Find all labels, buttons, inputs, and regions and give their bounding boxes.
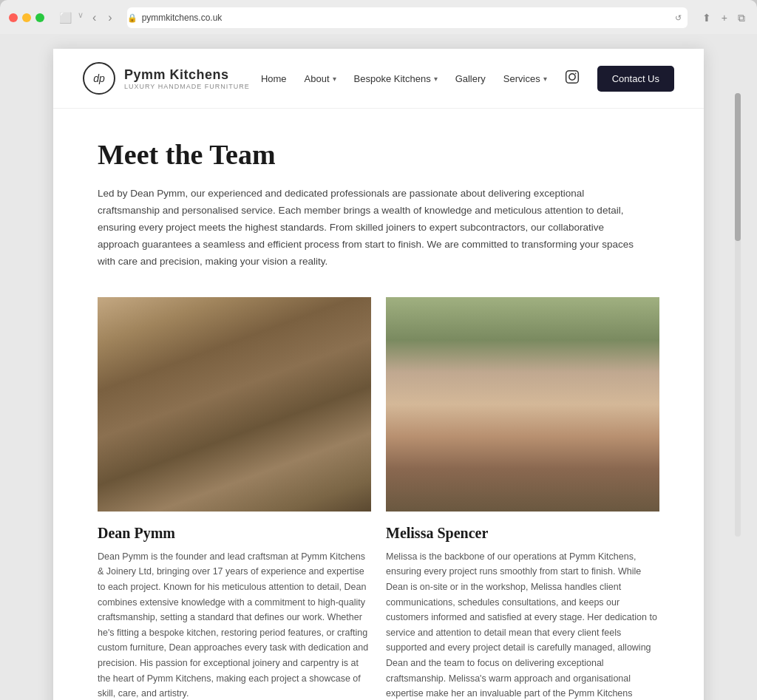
dean-name: Dean Pymm	[98, 525, 371, 542]
svg-rect-9	[257, 401, 360, 407]
logo-initials: dp	[93, 72, 105, 84]
svg-point-40	[495, 359, 528, 384]
share-icon[interactable]: ⬆	[699, 10, 714, 25]
scrollbar-thumb[interactable]	[735, 93, 741, 241]
svg-point-33	[482, 313, 563, 358]
sidebar-icon[interactable]: ⬜	[56, 10, 75, 25]
logo-area: dp Pymm Kitchens Luxury Handmade Furnitu…	[83, 62, 250, 95]
services-chevron-icon: ▾	[543, 75, 547, 83]
traffic-lights	[9, 13, 44, 22]
team-card-melissa: Melissa Spencer Melissa is the backbone …	[386, 297, 659, 700]
dean-bio: Dean Pymm is the founder and lead crafts…	[98, 549, 371, 700]
svg-rect-4	[101, 430, 367, 512]
svg-line-43	[551, 370, 561, 371]
titlebar: ⬜ ∨ ‹ › 🔒 pymmkitchens.co.uk ↺ ⬆ + ⧉	[9, 7, 748, 28]
new-tab-icon[interactable]: +	[719, 10, 730, 25]
lock-icon: 🔒	[127, 13, 138, 23]
svg-point-41	[519, 359, 551, 384]
melissa-photo-image	[386, 297, 659, 512]
minimize-button[interactable]	[22, 13, 31, 22]
team-card-dean: Dean Pymm Dean Pymm is the founder and l…	[98, 297, 371, 700]
svg-point-14	[223, 332, 228, 339]
svg-point-39	[539, 382, 566, 419]
navbar: dp Pymm Kitchens Luxury Handmade Furnitu…	[53, 49, 704, 109]
svg-point-1	[569, 73, 575, 79]
nav-gallery[interactable]: Gallery	[455, 73, 486, 84]
svg-point-48	[511, 384, 534, 395]
svg-rect-29	[499, 393, 546, 423]
svg-point-31	[519, 411, 526, 418]
dean-photo	[98, 297, 371, 512]
svg-point-25	[464, 297, 582, 341]
melissa-photo	[386, 297, 659, 512]
refresh-icon[interactable]: ↺	[675, 13, 682, 23]
dean-photo-image	[98, 297, 371, 512]
team-grid: Dean Pymm Dean Pymm is the founder and l…	[98, 297, 659, 700]
toolbar-right: ⬆ + ⧉	[699, 10, 748, 26]
browser-window: ⬜ ∨ ‹ › 🔒 pymmkitchens.co.uk ↺ ⬆ + ⧉	[0, 0, 757, 34]
nav-services[interactable]: Services ▾	[503, 73, 547, 84]
svg-point-30	[504, 409, 541, 415]
melissa-name: Melissa Spencer	[386, 525, 659, 542]
svg-point-34	[462, 327, 495, 386]
svg-rect-28	[471, 412, 574, 512]
svg-point-47	[519, 376, 529, 384]
svg-point-12	[199, 312, 240, 339]
scrollbar[interactable]	[735, 93, 741, 537]
website: dp Pymm Kitchens Luxury Handmade Furnitu…	[53, 49, 704, 700]
svg-rect-17	[237, 370, 268, 432]
svg-point-26	[386, 423, 471, 497]
svg-rect-0	[566, 70, 578, 83]
logo-text: Pymm Kitchens Luxury Handmade Furniture	[124, 67, 250, 90]
nav-about[interactable]: About ▾	[305, 73, 336, 84]
browser-viewport: dp Pymm Kitchens Luxury Handmade Furnitu…	[0, 34, 757, 700]
main-content: Meet the Team Led by Dean Pymm, our expe…	[53, 109, 704, 700]
browser-nav-buttons: ⬜ ∨	[56, 10, 84, 25]
svg-rect-8	[257, 371, 360, 377]
melissa-bio: Melissa is the backbone of our operation…	[386, 549, 659, 700]
svg-point-11	[199, 314, 240, 361]
svg-point-37	[549, 353, 578, 404]
svg-point-32	[482, 325, 563, 417]
bespoke-chevron-icon: ▾	[434, 75, 438, 83]
forward-button[interactable]: ›	[105, 10, 115, 26]
svg-point-15	[205, 339, 234, 356]
svg-line-42	[486, 370, 495, 371]
svg-point-35	[551, 327, 583, 386]
contact-button[interactable]: Contact Us	[597, 66, 674, 92]
svg-point-13	[211, 332, 217, 339]
svg-point-38	[480, 382, 506, 419]
svg-rect-3	[101, 297, 367, 512]
close-button[interactable]	[9, 13, 18, 22]
svg-rect-5	[249, 297, 367, 512]
svg-point-24	[582, 297, 659, 393]
svg-rect-6	[257, 312, 360, 318]
nav-links: Home About ▾ Bespoke Kitchens ▾ Gallery …	[261, 66, 674, 92]
svg-rect-7	[257, 341, 360, 347]
svg-rect-22	[390, 297, 656, 512]
svg-rect-16	[179, 369, 216, 432]
back-button[interactable]: ‹	[89, 10, 99, 26]
intro-paragraph: Led by Dean Pymm, our experienced and de…	[98, 186, 645, 271]
page-title: Meet the Team	[98, 138, 659, 171]
url-bar[interactable]: 🔒 pymmkitchens.co.uk ↺	[127, 7, 688, 28]
svg-point-45	[503, 364, 520, 378]
svg-point-46	[526, 364, 544, 378]
url-text: pymmkitchens.co.uk	[142, 13, 223, 23]
about-chevron-icon: ▾	[333, 75, 336, 83]
svg-point-23	[386, 312, 449, 401]
fullscreen-button[interactable]	[35, 13, 44, 22]
brand-tagline: Luxury Handmade Furniture	[124, 83, 250, 90]
instagram-icon[interactable]	[565, 69, 580, 88]
svg-rect-20	[175, 452, 205, 471]
nav-bespoke-kitchens[interactable]: Bespoke Kitchens ▾	[354, 73, 438, 84]
tabs-icon[interactable]: ⧉	[735, 10, 748, 26]
svg-point-27	[597, 438, 659, 512]
svg-rect-18	[194, 364, 245, 438]
svg-point-10	[186, 323, 253, 404]
svg-point-2	[574, 72, 576, 74]
nav-home[interactable]: Home	[261, 73, 287, 84]
svg-rect-19	[160, 460, 308, 471]
brand-name: Pymm Kitchens	[124, 67, 250, 83]
svg-rect-21	[390, 297, 656, 512]
